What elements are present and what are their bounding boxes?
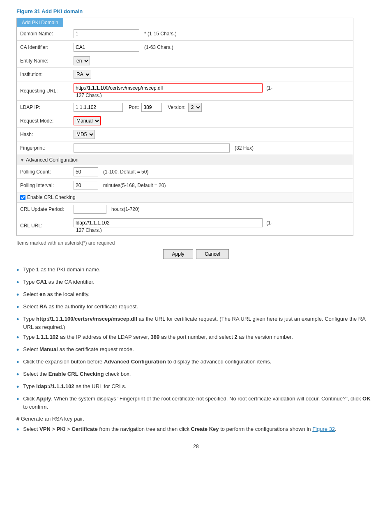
enable-crl-cell: Enable CRL Checking xyxy=(17,192,353,203)
crl-url-input[interactable] xyxy=(74,218,263,227)
version-label: Version: xyxy=(168,104,185,110)
requesting-url-input[interactable] xyxy=(74,83,263,93)
enable-crl-checkbox[interactable] xyxy=(20,195,25,200)
domain-name-input[interactable] xyxy=(74,29,139,38)
row-crl-url: CRL URL: (1- 127 Chars.) xyxy=(17,216,353,236)
requesting-url-hint-suffix: (1- xyxy=(266,85,272,91)
figure32-link[interactable]: Figure 32 xyxy=(312,426,335,432)
cancel-button[interactable]: Cancel xyxy=(196,249,228,259)
bullet-icon: • xyxy=(16,314,19,325)
polling-interval-label: Polling Interval: xyxy=(17,179,70,192)
request-mode-select[interactable]: Manual xyxy=(74,116,101,125)
list-item: • Select Manual as the certificate reque… xyxy=(16,345,376,356)
entity-name-select[interactable]: en xyxy=(74,56,90,65)
row-enable-crl: Enable CRL Checking xyxy=(17,192,353,203)
requesting-url-label: Requesting URL: xyxy=(17,81,70,101)
ldap-ip-cell: Port: Version: 2 xyxy=(70,101,353,114)
row-fingerprint: Fingerprint: (32 Hex) xyxy=(17,141,353,155)
polling-count-cell: (1-100, Default = 50) xyxy=(70,165,353,179)
fingerprint-input[interactable] xyxy=(74,143,230,153)
button-row: Apply Cancel xyxy=(16,249,376,259)
form-table: Domain Name: * (1-15 Chars.) CA Identifi… xyxy=(17,27,353,236)
ca-identifier-input[interactable] xyxy=(74,43,139,52)
row-request-mode: Request Mode: Manual xyxy=(17,114,353,128)
list-item-extra-text: Select VPN > PKI > Certificate from the … xyxy=(23,425,336,433)
list-item-text: Type 1.1.1.102 as the IP address of the … xyxy=(23,333,293,341)
bullet-icon: • xyxy=(16,382,19,393)
row-domain-name: Domain Name: * (1-15 Chars.) xyxy=(17,27,353,41)
requesting-url-cell: (1- 127 Chars.) xyxy=(70,81,353,101)
required-note: Items marked with an asterisk(*) are req… xyxy=(16,240,376,246)
crl-update-hint: hours(1-720) xyxy=(111,206,140,212)
list-item: • Select the Enable CRL Checking check b… xyxy=(16,370,376,380)
bullet-icon: • xyxy=(16,357,19,368)
domain-name-cell: * (1-15 Chars.) xyxy=(70,27,353,41)
list-item-text: Select Manual as the certificate request… xyxy=(23,345,134,354)
polling-count-label: Polling Count: xyxy=(17,165,70,179)
list-item-text: Select en as the local entity. xyxy=(23,290,90,298)
ldap-ip-label: LDAP IP: xyxy=(17,101,70,114)
polling-count-input[interactable] xyxy=(74,167,98,176)
requesting-url-hint: 127 Chars.) xyxy=(76,93,102,98)
polling-interval-input[interactable] xyxy=(74,181,98,190)
domain-name-label: Domain Name: xyxy=(17,27,70,41)
hash-select[interactable]: MD5 xyxy=(74,130,95,139)
port-input[interactable] xyxy=(141,103,162,112)
row-polling-count: Polling Count: (1-100, Default = 50) xyxy=(17,165,353,179)
bullet-icon: • xyxy=(16,369,19,380)
version-select[interactable]: 2 xyxy=(188,103,202,112)
crl-url-cell: (1- 127 Chars.) xyxy=(70,216,353,236)
row-crl-update: CRL Update Period: hours(1-720) xyxy=(17,203,353,216)
domain-name-hint: * (1-15 Chars.) xyxy=(144,31,177,37)
list-item-text: Click Apply. When the system displays "F… xyxy=(23,395,376,411)
fingerprint-cell: (32 Hex) xyxy=(70,141,353,155)
tab-label: Add PKI Domain xyxy=(17,18,63,27)
polling-interval-hint: minutes(5-168, Default = 20) xyxy=(103,183,166,188)
crl-update-cell: hours(1-720) xyxy=(70,203,353,216)
institution-select[interactable]: RA xyxy=(74,70,91,79)
crl-period-input[interactable] xyxy=(74,205,106,214)
row-adv-config: ▼ Advanced Configuration xyxy=(17,155,353,165)
adv-config-label: Advanced Configuration xyxy=(26,157,78,163)
form-container: Add PKI Domain Domain Name: * (1-15 Char… xyxy=(16,18,353,236)
list-item: • Type http://1.1.1.100/certsrv/mscep/ms… xyxy=(16,315,376,331)
list-item: • Select RA as the authority for certifi… xyxy=(16,303,376,313)
list-item: • Type 1.1.1.102 as the IP address of th… xyxy=(16,333,376,343)
extra-instruction-list: • Select VPN > PKI > Certificate from th… xyxy=(16,425,376,435)
ldap-ip-input[interactable] xyxy=(74,103,123,112)
crl-url-label: CRL URL: xyxy=(17,216,70,236)
row-ldap-ip: LDAP IP: Port: Version: 2 xyxy=(17,101,353,114)
row-polling-interval: Polling Interval: minutes(5-168, Default… xyxy=(17,179,353,192)
adv-config-toggle[interactable]: ▼ Advanced Configuration xyxy=(20,157,350,163)
ca-identifier-hint: (1-63 Chars.) xyxy=(144,44,173,50)
bullet-icon: • xyxy=(16,394,19,405)
figure-title: Figure 31 Add PKI domain xyxy=(16,8,376,14)
crl-url-hint: 127 Chars.) xyxy=(76,227,102,233)
hash-label: Hash: xyxy=(17,128,70,141)
list-item-text: Click the expansion button before Advanc… xyxy=(23,358,271,366)
apply-button[interactable]: Apply xyxy=(163,249,193,259)
crl-update-label: CRL Update Period: xyxy=(17,203,70,216)
list-item-text: Type ldap://1.1.1.102 as the URL for CRL… xyxy=(23,382,126,391)
bullet-icon: • xyxy=(16,345,19,356)
row-entity-name: Entity Name: en xyxy=(17,54,353,68)
crl-url-hint-suffix: (1- xyxy=(266,220,272,226)
list-item-text: Type CA1 as the CA identifier. xyxy=(23,278,94,286)
ca-identifier-label: CA Identifier: xyxy=(17,41,70,54)
entity-name-cell: en xyxy=(70,54,353,68)
list-item: • Type CA1 as the CA identifier. xyxy=(16,278,376,288)
request-mode-label: Request Mode: xyxy=(17,114,70,128)
adv-config-cell: ▼ Advanced Configuration xyxy=(17,155,353,165)
list-item-text: Type 1 as the PKI domain name. xyxy=(23,266,101,274)
ca-identifier-cell: (1-63 Chars.) xyxy=(70,41,353,54)
row-ca-identifier: CA Identifier: (1-63 Chars.) xyxy=(17,41,353,54)
bullet-icon: • xyxy=(16,265,19,276)
list-item: • Click the expansion button before Adva… xyxy=(16,358,376,368)
port-label: Port: xyxy=(129,104,139,110)
list-item: • Type 1 as the PKI domain name. xyxy=(16,266,376,276)
list-item: • Type ldap://1.1.1.102 as the URL for C… xyxy=(16,382,376,393)
adv-triangle-icon: ▼ xyxy=(20,158,24,162)
row-institution: Institution: RA xyxy=(17,68,353,81)
row-requesting-url: Requesting URL: (1- 127 Chars.) xyxy=(17,81,353,101)
bullet-icon: • xyxy=(16,424,19,435)
